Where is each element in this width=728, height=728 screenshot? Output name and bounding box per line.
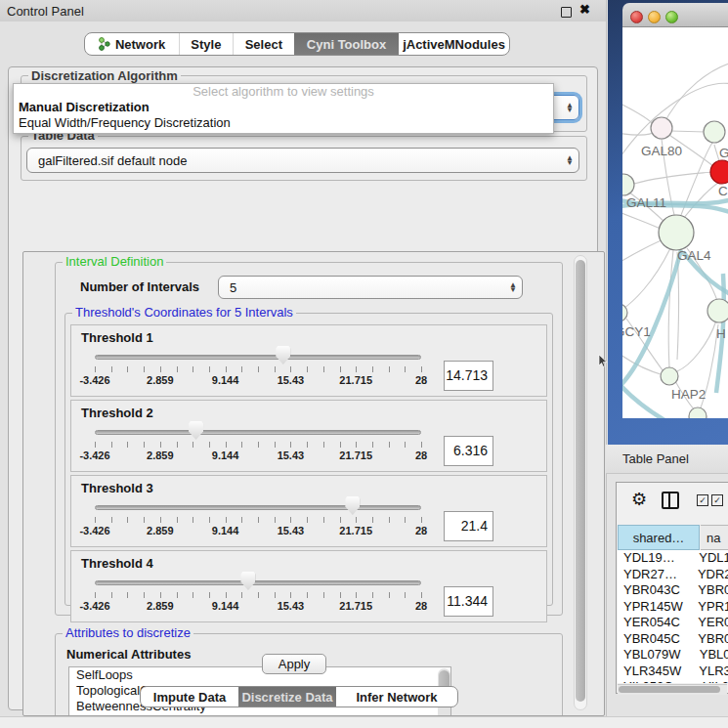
- slider-tick: [372, 442, 373, 448]
- cell-name[interactable]: YDR2: [692, 567, 728, 583]
- table-horizontal-scrollbar[interactable]: [618, 684, 727, 695]
- slider-thumb[interactable]: [240, 572, 255, 590]
- table-column-header-name[interactable]: na: [701, 525, 728, 550]
- network-node-hap2[interactable]: [661, 367, 678, 385]
- cell-name[interactable]: YER0: [692, 615, 728, 631]
- traffic-light-minimize-icon[interactable]: [648, 11, 661, 23]
- tab-select[interactable]: Select: [233, 33, 294, 55]
- slider-track[interactable]: [95, 580, 421, 585]
- table-row[interactable]: YLR345WYLR3: [618, 664, 728, 680]
- cell-name[interactable]: YDL1: [693, 550, 728, 567]
- network-node-node-g[interactable]: [704, 121, 725, 143]
- cell-shared-name[interactable]: YLR345W: [618, 664, 693, 680]
- slider-track[interactable]: [95, 430, 421, 435]
- table-row[interactable]: YDR27…YDR2: [618, 567, 728, 583]
- cell-shared-name[interactable]: YIL052C: [618, 679, 697, 683]
- select-all-columns-icon[interactable]: ✓: [711, 494, 723, 506]
- network-node-node-bottom[interactable]: [689, 407, 707, 418]
- tab-label: Cyni Toolbox: [307, 37, 386, 52]
- slider-tick: [241, 366, 242, 372]
- traffic-light-zoom-icon[interactable]: [665, 11, 678, 23]
- slider-tick-label: 15.43: [278, 525, 305, 536]
- slider-tick: [144, 442, 145, 448]
- vertical-scrollbar[interactable]: [574, 255, 587, 710]
- slider-tick: [144, 517, 145, 523]
- threshold-value-field[interactable]: 6.316: [444, 436, 493, 466]
- slider-tick: [258, 366, 259, 372]
- table-column-header-shared-name[interactable]: shared…: [618, 525, 700, 550]
- slider-thumb[interactable]: [276, 346, 290, 364]
- network-node-gal11[interactable]: [622, 174, 634, 195]
- cell-name[interactable]: YPR1: [692, 599, 728, 616]
- popup-option-manual-discretization[interactable]: Manual Discretization: [14, 100, 553, 115]
- cell-shared-name[interactable]: YBR043C: [618, 582, 692, 599]
- threshold-title: Threshold 4: [81, 556, 153, 571]
- num-intervals-combobox[interactable]: 5 ▲▼: [218, 276, 523, 299]
- network-node-label: GAL80: [641, 144, 682, 158]
- tab-style[interactable]: Style: [179, 33, 233, 55]
- slider-tick-label: 28: [415, 600, 427, 612]
- tab-impute-data[interactable]: Impute Data: [141, 687, 238, 707]
- tab-cyni-toolbox[interactable]: Cyni Toolbox: [294, 33, 399, 55]
- table-row[interactable]: YDL19…YDL1: [618, 550, 728, 567]
- table-data-combobox[interactable]: galFiltered.sif default node ▲▼: [26, 148, 579, 173]
- threshold-value-field[interactable]: 11.344: [444, 586, 493, 617]
- slider-track[interactable]: [95, 505, 421, 510]
- cell-name[interactable]: YBR0: [692, 582, 728, 599]
- cell-shared-name[interactable]: YER054C: [618, 615, 692, 631]
- combo-arrows-icon[interactable]: ▲▼: [504, 282, 522, 292]
- table-row[interactable]: YPR145WYPR1: [618, 599, 728, 616]
- tab-jactivemnodules[interactable]: jActiveMNodules: [399, 33, 509, 55]
- network-edge: [622, 102, 654, 125]
- cell-shared-name[interactable]: YDL19…: [618, 550, 693, 567]
- combo-arrows-icon[interactable]: ▲▼: [561, 155, 578, 165]
- table-row[interactable]: YBR045CYBR0: [618, 631, 728, 648]
- select-columns-icon[interactable]: ✓: [697, 494, 708, 506]
- cell-shared-name[interactable]: YBL079W: [618, 647, 694, 664]
- slider-tick-label: -3.426: [79, 600, 109, 612]
- threshold-value-field[interactable]: 21.4: [444, 511, 493, 541]
- cell-name[interactable]: YLR3: [693, 664, 728, 680]
- cell-name[interactable]: YBR0: [692, 631, 728, 648]
- column-layout-icon[interactable]: [662, 492, 679, 509]
- traffic-light-close-icon[interactable]: [630, 11, 643, 23]
- table-row[interactable]: YER054CYER0: [618, 615, 728, 631]
- slider-tick: [389, 442, 390, 448]
- popup-option-equal-width-frequency-discretization[interactable]: Equal Width/Frequency Discretization: [14, 115, 553, 131]
- table-row[interactable]: YBR043CYBR0: [618, 582, 728, 599]
- slider-thumb[interactable]: [189, 421, 203, 440]
- network-canvas[interactable]: GAL80GCGAL11GAL4GCY1HHAP2: [622, 27, 728, 418]
- tab-network[interactable]: Network: [85, 33, 179, 55]
- screenshot-root: Control Panel ✖ NetworkStyleSelectCyni T…: [0, 0, 728, 728]
- slider-tick: [226, 442, 227, 448]
- cell-shared-name[interactable]: YPR145W: [618, 599, 692, 616]
- float-window-icon[interactable]: [561, 7, 572, 18]
- network-node-node-red[interactable]: [710, 160, 728, 184]
- slider-tick: [405, 517, 406, 523]
- cell-name[interactable]: YBL0: [694, 647, 728, 664]
- apply-button[interactable]: Apply: [262, 654, 326, 674]
- network-window-titlebar[interactable]: [622, 3, 728, 27]
- scrollbar-thumb[interactable]: [576, 260, 585, 702]
- scrollbar-thumb[interactable]: [619, 686, 720, 693]
- network-node-gal80[interactable]: [651, 117, 672, 139]
- cell-name[interactable]: YIL0: [697, 679, 728, 683]
- table-row[interactable]: YBL079WYBL0: [618, 647, 728, 664]
- slider-tick: [177, 442, 178, 448]
- slider-tick: [307, 517, 308, 523]
- slider-track[interactable]: [95, 355, 421, 360]
- slider-thumb[interactable]: [345, 496, 360, 515]
- tab-infer-network[interactable]: Infer Network: [336, 687, 457, 707]
- gear-icon[interactable]: ⚙: [631, 489, 647, 510]
- attribute-item-selfloops[interactable]: SelfLoops: [69, 667, 450, 683]
- cell-shared-name[interactable]: YDR27…: [618, 567, 692, 583]
- network-node-gal4[interactable]: [659, 215, 694, 250]
- table-row[interactable]: YIL052CYIL0: [618, 679, 728, 683]
- cell-shared-name[interactable]: YBR045C: [618, 631, 692, 648]
- tab-discretize-data[interactable]: Discretize Data: [238, 687, 336, 707]
- threshold-value-field[interactable]: 14.713: [444, 361, 493, 391]
- combo-arrows-icon[interactable]: ▲▼: [561, 103, 578, 112]
- slider-tick-label: 9.144: [212, 600, 239, 612]
- close-icon[interactable]: ✖: [579, 2, 590, 17]
- network-node-node-h[interactable]: [707, 299, 728, 322]
